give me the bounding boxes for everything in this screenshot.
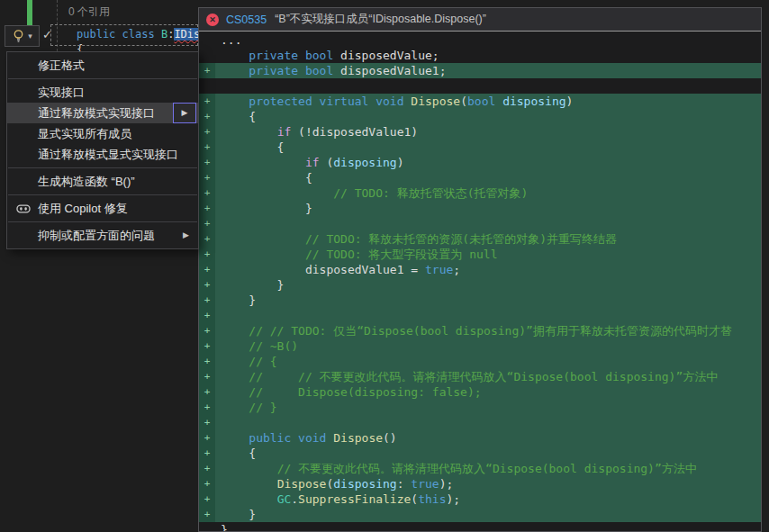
added-line-marker: +	[199, 201, 215, 216]
menu-item[interactable]: 显式实现所有成员	[7, 123, 198, 144]
code-token: disposing	[502, 95, 565, 108]
menu-separator	[8, 221, 197, 222]
code-token: disposedValue1 =	[221, 263, 425, 276]
popup-title-bar: ✕ CS0535 “B”不实现接口成员“IDisposable.Dispose(…	[199, 8, 761, 32]
code-line: + // 不要更改此代码。请将清理代码放入“Dispose(bool dispo…	[199, 461, 761, 476]
code-token: true	[425, 263, 453, 276]
menu-item[interactable]: 实现接口	[7, 82, 198, 103]
submenu-arrow-icon[interactable]: ▶	[173, 103, 196, 123]
code-token: (	[411, 492, 418, 506]
code-token: }	[221, 293, 256, 307]
copilot-icon	[16, 202, 31, 216]
code-token: );	[439, 477, 454, 491]
code-token: {	[221, 171, 312, 185]
code-token	[221, 385, 249, 399]
gutter	[199, 32, 215, 48]
menu-item[interactable]: 抑制或配置方面的问题▶	[7, 225, 198, 246]
source-code-line[interactable]: public class B:IDisp	[77, 28, 207, 41]
chevron-down-icon[interactable]: ▾	[28, 32, 32, 41]
added-line-marker: +	[199, 124, 215, 140]
code-token: bool	[305, 49, 333, 62]
code-token: true	[411, 477, 439, 491]
code-keywords: public class	[77, 28, 161, 41]
code-line: + // {	[199, 354, 761, 369]
code-token	[298, 64, 305, 77]
code-line: + // Dispose(disposing: false);	[199, 384, 761, 400]
code-token	[221, 156, 305, 169]
code-token	[221, 370, 249, 383]
menu-item-label: 抑制或配置方面的问题	[38, 229, 155, 242]
menu-item[interactable]: 修正格式	[7, 55, 198, 76]
code-line: private bool disposedValue;	[199, 48, 761, 63]
code-token	[221, 431, 249, 445]
code-line	[199, 78, 761, 94]
code-token: (!disposedValue1)	[291, 125, 418, 139]
code-line: + // TODO: 将大型字段设置为 null	[199, 247, 761, 262]
code-line: }	[199, 522, 761, 531]
code-token: {	[221, 140, 284, 154]
code-line: + }	[199, 507, 761, 522]
added-line-marker: +	[199, 323, 215, 338]
menu-separator	[8, 78, 197, 79]
code-token	[221, 324, 249, 338]
added-line-marker: +	[199, 400, 215, 415]
code-line: +	[199, 308, 761, 323]
added-line-marker: +	[199, 369, 215, 384]
error-message: “B”不实现接口成员“IDisposable.Dispose()”	[275, 12, 486, 27]
added-line-marker: +	[199, 461, 215, 476]
code-token	[221, 49, 249, 62]
code-token	[221, 462, 277, 475]
code-token	[221, 492, 277, 506]
code-token: // {	[249, 355, 276, 368]
code-token: disposedValue1;	[333, 64, 446, 77]
lightbulb-menu: 修正格式实现接口通过释放模式实现接口▶显式实现所有成员通过释放模式显式实现接口生…	[6, 51, 199, 249]
code-token: ()	[383, 431, 397, 445]
code-token	[221, 125, 277, 139]
code-token: this	[418, 492, 446, 506]
code-token	[221, 401, 249, 414]
code-token: }	[221, 202, 312, 215]
menu-item-label: 通过释放模式实现接口	[38, 106, 155, 120]
code-token: if	[277, 125, 292, 139]
menu-item[interactable]: 生成构造函数 “B()”	[7, 171, 198, 192]
lightbulb-button[interactable]: ▾	[5, 25, 40, 47]
code-token: // // 不要更改此代码。请将清理代码放入“Dispose(bool disp…	[249, 370, 718, 383]
added-line-marker: +	[199, 293, 215, 308]
added-line-marker: +	[199, 415, 215, 430]
menu-item-label: 通过释放模式显式实现接口	[38, 148, 178, 161]
code-token	[495, 95, 502, 108]
menu-item[interactable]: 使用 Copilot 修复	[7, 198, 198, 219]
code-token: if	[305, 156, 320, 169]
code-token: virtual	[320, 95, 369, 108]
code-token: bool	[305, 64, 333, 77]
code-token: // Dispose(disposing: false);	[249, 385, 481, 399]
added-line-marker: +	[199, 109, 215, 124]
code-token: // TODO: 释放未托管的资源(未托管的对象)并重写终结器	[305, 232, 617, 246]
code-line: + {	[199, 446, 761, 461]
code-token: protected	[249, 95, 312, 108]
code-line: + Dispose(disposing: true);	[199, 476, 761, 491]
codelens-references[interactable]: 0 个引用	[68, 5, 110, 20]
added-line-marker: +	[199, 491, 215, 507]
code-line: + if (!disposedValue1)	[199, 124, 761, 140]
code-token: // ~B()	[249, 339, 298, 353]
code-token	[221, 64, 249, 77]
code-token: GC	[277, 492, 292, 506]
added-line-marker: +	[199, 155, 215, 170]
added-line-marker: +	[199, 507, 215, 522]
submenu-arrow-icon[interactable]: ▶	[183, 225, 189, 246]
added-line-marker: +	[199, 308, 215, 323]
code-token: Dispose	[277, 477, 327, 491]
code-token	[221, 339, 249, 353]
code-token: void	[298, 431, 326, 445]
added-line-marker: +	[199, 354, 215, 369]
code-token: .	[291, 492, 298, 506]
menu-item-label: 生成构造函数 “B()”	[38, 175, 135, 188]
menu-item[interactable]: 通过释放模式显式实现接口	[7, 144, 198, 165]
menu-item[interactable]: 通过释放模式实现接口▶	[7, 103, 198, 123]
added-line-marker: +	[199, 277, 215, 293]
code-token: ;	[453, 263, 460, 276]
added-line-marker: +	[199, 231, 215, 247]
code-token: )	[397, 156, 404, 169]
code-line: + {	[199, 170, 761, 185]
